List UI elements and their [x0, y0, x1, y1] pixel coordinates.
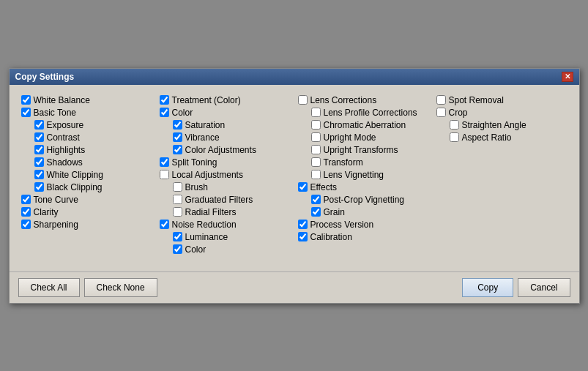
checkbox-white_clipping[interactable]	[34, 170, 44, 179]
checkbox-basic_tone[interactable]	[21, 108, 31, 117]
checkbox-black_clipping[interactable]	[34, 182, 44, 192]
checkbox-contrast[interactable]	[34, 132, 44, 142]
label-luminance[interactable]: Luminance	[185, 232, 228, 242]
checkbox-grain[interactable]	[311, 207, 321, 217]
label-shadows[interactable]: Shadows	[47, 157, 83, 168]
label-clarity[interactable]: Clarity	[34, 207, 59, 217]
checkbox-nr_color[interactable]	[173, 244, 182, 254]
checkbox-treatment_color[interactable]	[160, 95, 169, 105]
checkbox-item-shadows: Shadows	[21, 157, 152, 168]
label-vibrance[interactable]: Vibrance	[185, 132, 220, 143]
label-aspect_ratio[interactable]: Aspect Ratio	[462, 132, 512, 143]
check-all-button[interactable]: Check All	[18, 278, 80, 297]
checkbox-lens_vignetting[interactable]	[311, 170, 321, 179]
checkbox-straighten_angle[interactable]	[450, 120, 459, 130]
label-spot_removal[interactable]: Spot Removal	[449, 95, 504, 105]
checkbox-item-exposure: Exposure	[21, 120, 152, 130]
check-none-button[interactable]: Check None	[84, 278, 157, 297]
column-4: Spot RemovalCropStraighten AngleAspect R…	[436, 95, 567, 257]
checkbox-item-white_clipping: White Clipping	[21, 170, 152, 180]
checkbox-split_toning[interactable]	[160, 157, 169, 167]
label-sharpening[interactable]: Sharpening	[34, 220, 78, 230]
label-tone_curve[interactable]: Tone Curve	[34, 195, 78, 205]
checkbox-graduated_filters[interactable]	[173, 195, 182, 204]
label-color_adjustments[interactable]: Color Adjustments	[185, 145, 256, 155]
checkbox-lens_corrections[interactable]	[298, 95, 308, 105]
checkbox-clarity[interactable]	[21, 207, 31, 217]
cancel-button[interactable]: Cancel	[518, 278, 570, 297]
checkbox-sharpening[interactable]	[21, 220, 31, 229]
label-white_clipping[interactable]: White Clipping	[47, 170, 103, 180]
checkbox-highlights[interactable]	[34, 145, 44, 154]
checkbox-spot_removal[interactable]	[436, 95, 446, 105]
label-split_toning[interactable]: Split Toning	[172, 157, 217, 168]
column-1: White BalanceBasic ToneExposureContrastH…	[21, 95, 160, 257]
dialog-footer: Check All Check None Copy Cancel	[10, 271, 579, 303]
checkbox-effects[interactable]	[298, 182, 308, 192]
dialog-body: White BalanceBasic ToneExposureContrastH…	[10, 85, 579, 271]
checkbox-item-clarity: Clarity	[21, 207, 152, 217]
checkbox-item-nr_color: Color	[160, 244, 291, 255]
checkbox-process_version[interactable]	[298, 220, 308, 229]
checkbox-saturation[interactable]	[173, 120, 182, 130]
label-contrast[interactable]: Contrast	[47, 132, 80, 143]
label-straighten_angle[interactable]: Straighten Angle	[462, 120, 526, 130]
label-basic_tone[interactable]: Basic Tone	[34, 108, 76, 118]
checkbox-vibrance[interactable]	[173, 132, 182, 142]
label-treatment_color[interactable]: Treatment (Color)	[172, 95, 241, 105]
label-local_adjustments[interactable]: Local Adjustments	[172, 170, 243, 180]
label-crop[interactable]: Crop	[449, 108, 468, 118]
copy-button[interactable]: Copy	[462, 278, 513, 297]
checkbox-aspect_ratio[interactable]	[450, 132, 459, 142]
label-saturation[interactable]: Saturation	[185, 120, 226, 130]
checkbox-shadows[interactable]	[34, 157, 44, 167]
checkbox-upright_transforms[interactable]	[311, 145, 321, 154]
checkbox-item-white_balance: White Balance	[21, 95, 152, 105]
label-post_crop_vignetting[interactable]: Post-Crop Vignetting	[324, 195, 405, 205]
label-lens_profile_corrections[interactable]: Lens Profile Corrections	[324, 108, 417, 118]
label-radial_filters[interactable]: Radial Filters	[185, 207, 237, 217]
label-grain[interactable]: Grain	[324, 207, 345, 217]
checkbox-item-color_adjustments: Color Adjustments	[160, 145, 291, 155]
label-effects[interactable]: Effects	[310, 182, 337, 192]
label-brush[interactable]: Brush	[185, 182, 208, 192]
checkbox-tone_curve[interactable]	[21, 195, 31, 204]
checkbox-upright_mode[interactable]	[311, 132, 321, 142]
label-process_version[interactable]: Process Version	[310, 220, 374, 230]
label-color[interactable]: Color	[172, 108, 193, 118]
label-white_balance[interactable]: White Balance	[34, 95, 90, 105]
label-upright_transforms[interactable]: Upright Transforms	[324, 145, 398, 155]
label-upright_mode[interactable]: Upright Mode	[324, 132, 376, 143]
label-lens_corrections[interactable]: Lens Corrections	[310, 95, 377, 105]
close-button[interactable]: ✕	[562, 72, 573, 82]
label-nr_color[interactable]: Color	[185, 244, 206, 255]
checkbox-color_adjustments[interactable]	[173, 145, 182, 154]
label-graduated_filters[interactable]: Graduated Filters	[185, 195, 253, 205]
checkbox-post_crop_vignetting[interactable]	[311, 195, 321, 204]
label-highlights[interactable]: Highlights	[47, 145, 86, 155]
checkbox-radial_filters[interactable]	[173, 207, 182, 217]
label-exposure[interactable]: Exposure	[47, 120, 84, 130]
checkbox-transform[interactable]	[311, 157, 321, 167]
checkbox-brush[interactable]	[173, 182, 182, 192]
checkbox-white_balance[interactable]	[21, 95, 31, 105]
checkbox-color[interactable]	[160, 108, 169, 117]
title-bar: Copy Settings ✕	[10, 69, 579, 85]
label-chromatic_aberration[interactable]: Chromatic Aberration	[324, 120, 406, 130]
label-transform[interactable]: Transform	[324, 157, 363, 168]
checkbox-exposure[interactable]	[34, 120, 44, 130]
label-calibration[interactable]: Calibration	[310, 232, 352, 242]
checkbox-local_adjustments[interactable]	[160, 170, 169, 179]
checkbox-item-highlights: Highlights	[21, 145, 152, 155]
label-lens_vignetting[interactable]: Lens Vignetting	[324, 170, 384, 180]
checkbox-noise_reduction[interactable]	[160, 220, 169, 229]
label-black_clipping[interactable]: Black Clipping	[47, 182, 103, 192]
checkbox-item-noise_reduction: Noise Reduction	[160, 220, 291, 230]
checkbox-chromatic_aberration[interactable]	[311, 120, 321, 130]
checkbox-luminance[interactable]	[173, 232, 182, 241]
checkbox-crop[interactable]	[436, 108, 446, 117]
checkbox-calibration[interactable]	[298, 232, 308, 241]
column-2: Treatment (Color)ColorSaturationVibrance…	[160, 95, 298, 257]
label-noise_reduction[interactable]: Noise Reduction	[172, 220, 237, 230]
checkbox-lens_profile_corrections[interactable]	[311, 108, 321, 117]
